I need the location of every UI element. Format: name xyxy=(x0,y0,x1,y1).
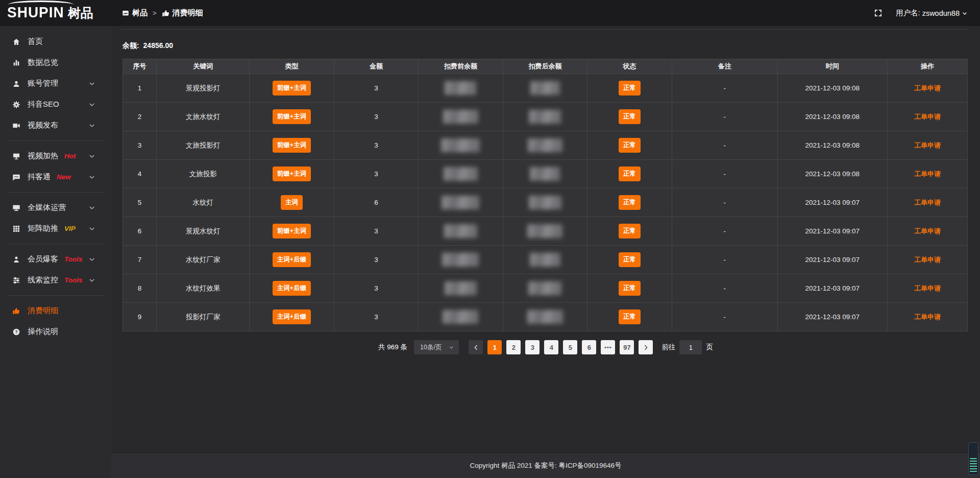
sidebar-item-matrix-boost[interactable]: 矩阵助推VIP xyxy=(0,218,111,239)
masked-balance-after xyxy=(527,310,563,324)
fullscreen-icon[interactable] xyxy=(874,9,883,17)
footer: Copyright 树品 2021 备案号: 粤ICP备09019646号 xyxy=(111,452,980,478)
ticket-apply-link[interactable]: 工单申请 xyxy=(914,113,941,121)
sidebar-item-douketong[interactable]: 抖客通New xyxy=(0,166,111,187)
type-badge: 主词 xyxy=(281,195,303,210)
ticket-apply-link[interactable]: 工单申请 xyxy=(914,141,941,149)
cell-remark: - xyxy=(672,160,777,188)
cell-time: 2021-12-03 09:07 xyxy=(777,303,887,331)
cell-balance-after xyxy=(503,131,587,160)
consumption-table-wrap: 序号关键词类型金额扣费前余额扣费后余额状态备注时间操作 1景观投影灯前缀+主词3… xyxy=(122,59,968,331)
sidebar-item-douyin-seo[interactable]: 抖音SEO xyxy=(0,94,111,115)
caret-down-icon xyxy=(962,10,968,16)
page-button-1[interactable]: 1 xyxy=(487,340,502,354)
sidebar-item-label: 消费明细 xyxy=(28,306,58,316)
cell-balance-before xyxy=(419,246,503,274)
gear-icon xyxy=(12,101,20,109)
status-badge: 正常 xyxy=(619,224,641,238)
cell-keyword: 景观投影灯 xyxy=(157,74,250,103)
cell-balance-before xyxy=(419,303,503,331)
sidebar-item-label: 全媒体运营 xyxy=(28,203,66,212)
ticket-apply-link[interactable]: 工单申请 xyxy=(914,170,941,178)
cell-amount: 3 xyxy=(334,217,419,246)
cell-keyword: 文旅水纹灯 xyxy=(157,103,250,131)
scrollbar-thumb[interactable] xyxy=(970,458,977,473)
chevron-down-icon xyxy=(87,152,96,160)
chevron-down-icon xyxy=(87,173,96,181)
table-row: 9投影灯厂家主词+后缀3正常-2021-12-03 09:07工单申请 xyxy=(123,303,968,331)
cell-balance-after xyxy=(503,217,587,246)
copyright-text: Copyright 树品 2021 备案号: 粤ICP备09019646号 xyxy=(470,461,621,470)
goto-page-input[interactable] xyxy=(679,340,702,354)
sidebar-item-account-management[interactable]: 账号管理 xyxy=(0,73,111,94)
chevron-down-icon xyxy=(87,255,96,264)
balance: 余额: 24856.00 xyxy=(122,41,968,51)
scrollbar-track[interactable] xyxy=(968,442,978,475)
cell-amount: 3 xyxy=(334,303,419,331)
masked-balance-after xyxy=(529,110,561,124)
page-ellipsis-button[interactable]: ••• xyxy=(601,340,615,354)
page-button-3[interactable]: 3 xyxy=(525,340,540,354)
page-button-6[interactable]: 6 xyxy=(582,340,596,354)
sidebar-item-label: 会员爆客 xyxy=(28,254,58,264)
ticket-apply-link[interactable]: 工单申请 xyxy=(914,84,941,92)
sidebar: 首页数据总览账号管理抖音SEO视频发布视频加热Hot抖客通New全媒体运营矩阵助… xyxy=(0,26,111,478)
page-button-5[interactable]: 5 xyxy=(563,340,577,354)
cell-action: 工单申请 xyxy=(887,246,967,274)
sidebar-item-video-heat[interactable]: 视频加热Hot xyxy=(0,146,111,166)
bar-chart-icon xyxy=(12,59,20,67)
sidebar-item-tag: Hot xyxy=(64,152,76,160)
ticket-apply-link[interactable]: 工单申请 xyxy=(914,313,941,321)
page-button-2[interactable]: 2 xyxy=(506,340,521,354)
chevron-down-icon xyxy=(449,345,454,350)
page-button-97[interactable]: 97 xyxy=(620,340,634,354)
cell-keyword: 水纹灯厂家 xyxy=(157,246,250,274)
ticket-apply-link[interactable]: 工单申请 xyxy=(914,227,941,235)
sidebar-item-label: 线索监控 xyxy=(28,275,58,285)
sidebar-item-video-publish[interactable]: 视频发布 xyxy=(0,115,111,136)
screen-icon xyxy=(12,152,20,160)
cell-balance-before xyxy=(419,274,503,303)
sidebar-item-home[interactable]: 首页 xyxy=(0,31,111,52)
masked-balance-before xyxy=(443,110,478,124)
sidebar-item-label: 视频发布 xyxy=(28,121,58,130)
cell-keyword: 文旅投影 xyxy=(157,160,250,188)
type-badge: 前缀+主词 xyxy=(273,109,311,124)
page-button-4[interactable]: 4 xyxy=(544,340,558,354)
cell-remark: - xyxy=(672,217,777,246)
sidebar-item-data-overview[interactable]: 数据总览 xyxy=(0,52,111,73)
type-badge: 主词+后缀 xyxy=(273,281,311,296)
sidebar-item-clue-monitor[interactable]: 线索监控Tools xyxy=(0,270,111,291)
page-size-select[interactable]: 10条/页 xyxy=(414,340,459,354)
monitor-icon xyxy=(12,204,20,212)
ticket-apply-link[interactable]: 工单申请 xyxy=(914,256,941,264)
sidebar-item-member-burst[interactable]: 会员爆客Tools xyxy=(0,249,111,270)
breadcrumb-item-home[interactable]: 树品 xyxy=(121,8,148,18)
cell-index: 9 xyxy=(123,303,157,331)
app-window: SHUPIN 树品 树品 > 消费明细 用户名: zswodun88 首 xyxy=(0,0,980,478)
user-icon xyxy=(12,80,20,88)
goto-suffix: 页 xyxy=(706,343,713,352)
column-header: 状态 xyxy=(587,59,672,74)
sidebar-item-media-operation[interactable]: 全媒体运营 xyxy=(0,197,111,218)
cell-amount: 3 xyxy=(334,131,419,160)
sidebar-item-consume-detail[interactable]: 消费明细 xyxy=(0,300,111,321)
cell-balance-after xyxy=(503,246,587,274)
sidebar-item-help[interactable]: ?操作说明 xyxy=(0,321,111,342)
logo: SHUPIN 树品 xyxy=(0,0,111,26)
sidebar-item-tag: Tools xyxy=(64,255,83,263)
cell-balance-before xyxy=(419,188,503,217)
ticket-apply-link[interactable]: 工单申请 xyxy=(914,199,941,206)
status-badge: 正常 xyxy=(619,281,641,296)
masked-balance-before xyxy=(443,310,478,324)
column-header: 扣费前余额 xyxy=(419,59,503,74)
prev-page-button[interactable] xyxy=(469,340,483,354)
ticket-apply-link[interactable]: 工单申请 xyxy=(914,284,941,292)
table-row: 3文旅投影灯前缀+主词3正常-2021-12-03 09:08工单申请 xyxy=(123,131,968,160)
total-count: 共 969 条 xyxy=(378,343,407,352)
cell-balance-after xyxy=(503,188,587,217)
next-page-button[interactable] xyxy=(639,340,653,354)
user-menu[interactable]: 用户名: zswodun88 xyxy=(896,8,968,18)
cell-time: 2021-12-03 09:08 xyxy=(777,103,887,131)
cell-type: 主词 xyxy=(250,188,334,217)
